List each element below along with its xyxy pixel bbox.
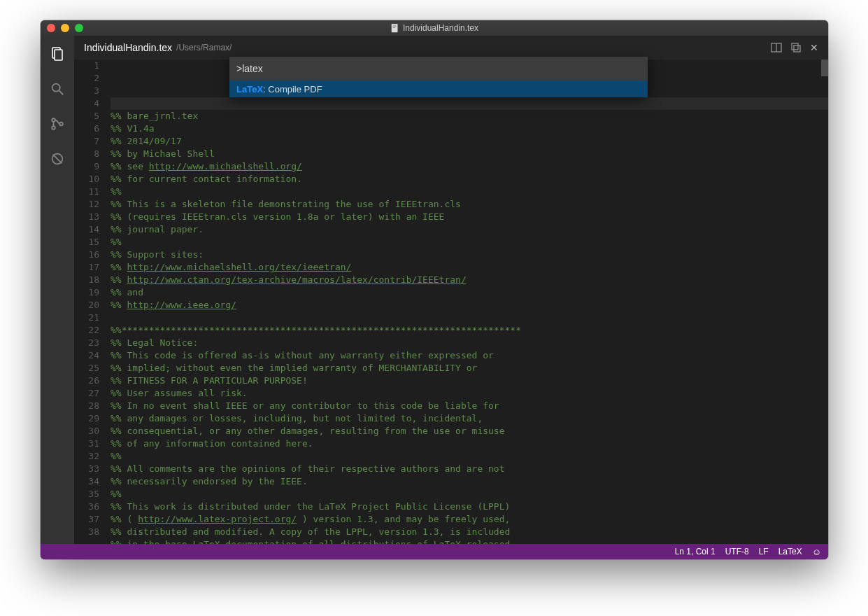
svg-point-6 xyxy=(52,84,60,92)
code-line[interactable]: %% ( http://www.latex-project.org/ ) ver… xyxy=(111,513,828,526)
svg-rect-1 xyxy=(392,25,396,26)
line-number: 13 xyxy=(74,211,99,223)
code-line[interactable]: %% for current contact information. xyxy=(111,173,828,186)
line-number: 24 xyxy=(74,349,99,362)
code-line[interactable]: %% This is a skeleton file demonstrating… xyxy=(111,198,828,211)
line-number: 23 xyxy=(74,337,99,349)
source-control-icon[interactable] xyxy=(46,113,69,135)
window-title-text: IndividualHandin.tex xyxy=(403,23,478,33)
code-line[interactable]: %% xyxy=(111,450,828,463)
code-line[interactable]: %% 2014/09/17 xyxy=(111,135,828,148)
line-number: 30 xyxy=(74,425,99,438)
code-line[interactable]: %% journal paper. xyxy=(111,223,828,236)
code-line[interactable]: %% V1.4a xyxy=(111,122,828,135)
svg-rect-0 xyxy=(392,24,398,32)
tab-active[interactable]: IndividualHandin.tex /Users/Ramax/ xyxy=(80,36,236,59)
status-eol[interactable]: LF xyxy=(759,547,769,556)
code-line[interactable] xyxy=(111,97,828,110)
statusbar: Ln 1, Col 1 UTF-8 LF LaTeX ☺ xyxy=(41,544,828,559)
activity-bar xyxy=(41,36,74,544)
window-minimize-button[interactable] xyxy=(61,24,69,32)
window-close-button[interactable] xyxy=(47,24,55,32)
line-number: 6 xyxy=(74,122,99,135)
svg-line-12 xyxy=(53,155,62,164)
explorer-icon[interactable] xyxy=(46,43,69,65)
line-number: 11 xyxy=(74,186,99,198)
titlebar: IndividualHandin.tex xyxy=(41,20,828,36)
code-line[interactable]: %% of any information contained here. xyxy=(111,438,828,450)
code-line[interactable]: %% consequential, or any other damages, … xyxy=(111,425,828,438)
window-zoom-button[interactable] xyxy=(75,24,83,32)
tabbar-actions: ✕ xyxy=(771,42,823,53)
line-number: 10 xyxy=(74,173,99,186)
svg-rect-16 xyxy=(794,46,800,52)
code-line[interactable]: %% This work is distributed under the La… xyxy=(111,500,828,513)
editor-window: IndividualHandin.tex IndividualHand xyxy=(41,20,828,559)
code-line[interactable]: %% http://www.ctan.org/tex-archive/macro… xyxy=(111,274,828,286)
code-line[interactable]: %% necessarily endorsed by the IEEE. xyxy=(111,475,828,488)
line-number: 20 xyxy=(74,299,99,312)
svg-point-9 xyxy=(52,126,55,130)
line-number: 3 xyxy=(74,85,99,97)
code-line[interactable]: %% by Michael Shell xyxy=(111,148,828,160)
line-number: 31 xyxy=(74,438,99,450)
code-line[interactable]: %% FITNESS FOR A PARTICULAR PURPOSE! xyxy=(111,374,828,387)
line-number: 28 xyxy=(74,400,99,412)
line-number: 12 xyxy=(74,198,99,211)
code-editor[interactable]: 1234567891011121314151617181920212223242… xyxy=(74,59,828,544)
code-line[interactable]: %%**************************************… xyxy=(111,324,828,337)
line-number: 27 xyxy=(74,387,99,400)
tab-filename: IndividualHandin.tex xyxy=(84,42,172,53)
palette-result-highlight: LaTeX xyxy=(236,84,263,94)
code-line[interactable]: %% User assumes all risk. xyxy=(111,387,828,400)
line-number: 26 xyxy=(74,374,99,387)
tab-path: /Users/Ramax/ xyxy=(176,43,232,52)
code-line[interactable]: %% Legal Notice: xyxy=(111,337,828,349)
feedback-icon[interactable]: ☺ xyxy=(812,547,821,557)
file-icon xyxy=(390,23,400,33)
code-line[interactable]: %% xyxy=(111,186,828,198)
code-line[interactable]: %% in the base LaTeX documentation of al… xyxy=(111,538,828,544)
code-line[interactable]: %% All comments are the opinions of thei… xyxy=(111,463,828,475)
code-line[interactable]: %% bare_jrnl.tex xyxy=(111,110,828,122)
scrollbar-thumb[interactable] xyxy=(821,59,828,76)
code-line[interactable]: %% Support sites: xyxy=(111,248,828,261)
code-line[interactable]: %% http://www.michaelshell.org/tex/ieeet… xyxy=(111,261,828,274)
code-line[interactable] xyxy=(111,312,828,324)
close-editor-icon[interactable]: ✕ xyxy=(810,42,818,53)
status-language[interactable]: LaTeX xyxy=(778,547,802,556)
line-number: 15 xyxy=(74,236,99,248)
line-number: 25 xyxy=(74,362,99,374)
more-actions-icon[interactable] xyxy=(790,42,802,53)
code-line[interactable]: %% In no event shall IEEE or any contrib… xyxy=(111,400,828,412)
code-line[interactable]: %% any damages or losses, including, but… xyxy=(111,412,828,425)
command-palette: LaTeX : Compile PDF xyxy=(229,57,648,97)
svg-rect-3 xyxy=(392,27,395,28)
code-line[interactable]: %% http://www.ieee.org/ xyxy=(111,299,828,312)
palette-input[interactable] xyxy=(232,59,645,78)
status-cursor-position[interactable]: Ln 1, Col 1 xyxy=(675,547,716,556)
code-line[interactable]: %% implied; without even the implied war… xyxy=(111,362,828,374)
search-icon[interactable] xyxy=(46,78,69,100)
status-encoding[interactable]: UTF-8 xyxy=(725,547,749,556)
palette-result-rest: : Compile PDF xyxy=(263,84,322,94)
line-number: 34 xyxy=(74,475,99,488)
palette-result-row[interactable]: LaTeX : Compile PDF xyxy=(229,80,648,97)
split-editor-icon[interactable] xyxy=(771,42,782,53)
code-line[interactable]: %% (requires IEEEtran.cls version 1.8a o… xyxy=(111,211,828,223)
code-line[interactable]: %% and xyxy=(111,286,828,299)
code-line[interactable]: %% see http://www.michaelshell.org/ xyxy=(111,160,828,173)
svg-rect-15 xyxy=(792,43,798,50)
code-line[interactable]: %% xyxy=(111,488,828,500)
debug-icon[interactable] xyxy=(46,148,69,170)
line-number: 38 xyxy=(74,526,99,538)
line-number: 29 xyxy=(74,412,99,425)
line-number: 8 xyxy=(74,148,99,160)
code-line[interactable]: %% This code is offered as-is without an… xyxy=(111,349,828,362)
svg-point-8 xyxy=(52,118,55,122)
code-line[interactable]: %% distributed and modified. A copy of t… xyxy=(111,526,828,538)
code-line[interactable]: %% xyxy=(111,236,828,248)
line-number: 1 xyxy=(74,59,99,72)
line-number: 16 xyxy=(74,248,99,261)
code-content[interactable]: %% bare_jrnl.tex%% V1.4a%% 2014/09/17%% … xyxy=(111,59,828,544)
